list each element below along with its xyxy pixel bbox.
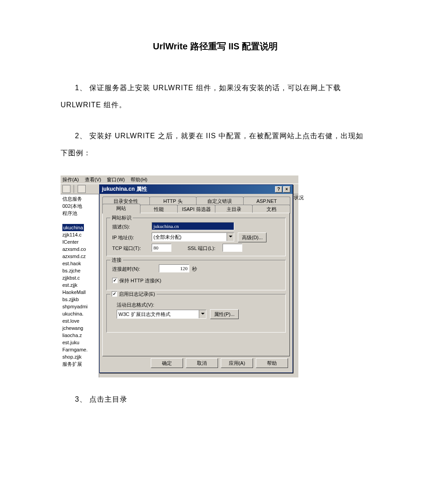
tab-http-headers[interactable]: HTTP 头	[149, 197, 197, 206]
tree-item[interactable]: shpmyadmi	[62, 303, 97, 310]
tree-item[interactable]: azxsmd.cz	[62, 253, 97, 260]
tree-item[interactable]: ukuchina.	[62, 310, 97, 317]
label-ip: IP 地址(I):	[112, 234, 134, 241]
ssl-port-input[interactable]	[223, 244, 242, 252]
tree-item[interactable]: 程序池	[62, 210, 97, 217]
ok-button[interactable]: 确定	[151, 358, 183, 368]
menu-view[interactable]: 查看(V)	[85, 177, 101, 182]
toolbar-icon[interactable]	[78, 185, 86, 193]
log-format-combo[interactable]: W3C 扩展日志文件格式	[117, 310, 206, 319]
chevron-down-icon[interactable]	[199, 310, 206, 318]
tree-item[interactable]: zjjk114.c	[62, 231, 97, 238]
tree-item[interactable]: 服务扩展	[62, 360, 97, 368]
label-ssl-port: SSL 端口(L):	[188, 245, 215, 252]
ip-combo[interactable]: (全部未分配)	[152, 232, 234, 241]
tree-item[interactable]: ICenter	[62, 238, 97, 245]
paragraph-3: 3、 点击主目录	[61, 391, 370, 408]
paragraph-2: 2、 安装好 URLWRITE 之后，就要在 IIS 中配置，在被配置网站上点击…	[61, 127, 370, 162]
tab-documents[interactable]: 文档	[252, 205, 290, 214]
checkbox-icon: ✓	[112, 278, 118, 283]
tree-item[interactable]: shop.zjjk	[62, 353, 97, 360]
tree-item[interactable]: 002(本地	[62, 202, 97, 210]
description-input[interactable]: jukuchina.cn	[152, 222, 234, 230]
tab-performance[interactable]: 性能	[140, 205, 178, 214]
menu-help[interactable]: 帮助(H)	[131, 177, 147, 182]
group-connection: 连接超时(N): 120 秒 ✓ 保持 HTTP 连接(K)	[106, 260, 286, 290]
tab-aspnet[interactable]: ASP.NET	[243, 197, 291, 206]
label-description: 描述(S):	[112, 224, 130, 230]
tab-isapi-filters[interactable]: ISAPI 筛选器	[177, 205, 215, 214]
tree-pane: 信息服务 002(本地 程序池 ukuchina zjjk114.c ICent…	[61, 194, 99, 377]
checkbox-icon: ✓	[112, 291, 117, 297]
timeout-input[interactable]: 120	[159, 264, 189, 272]
paragraph-1: 1、 保证服务器上安装 URLWRITE 组件，如果没有安装的话，可以在网上下载…	[61, 79, 370, 114]
cancel-button[interactable]: 取消	[186, 358, 218, 368]
tree-item[interactable]: est.love	[62, 317, 97, 324]
tree-item[interactable]: HaokeMall	[62, 289, 97, 296]
tab-website[interactable]: 网站	[102, 204, 140, 214]
tab-panel-website: 描述(S): jukuchina.cn IP 地址(I): (全部未分配) 高级…	[102, 213, 290, 356]
tree-item[interactable]: 信息服务	[62, 195, 97, 202]
tree-item[interactable]: bs.zjjkb	[62, 296, 97, 303]
tree-item[interactable]: bs.zjche	[62, 267, 97, 274]
properties-dialog: jukuchina.cn 属性 ? × 目录安全性 HTTP 头 自定义错误 A…	[99, 184, 293, 373]
label-timeout: 连接超时(N):	[112, 266, 140, 272]
checkbox-enable-logging[interactable]: ✓ 启用日志记录(E)	[110, 291, 157, 298]
tree-item-selected[interactable]: ukuchina	[62, 224, 84, 231]
dialog-titlebar[interactable]: jukuchina.cn 属性 ? ×	[100, 185, 293, 194]
dialog-title: jukuchina.cn 属性	[102, 185, 147, 193]
advanced-button[interactable]: 高级(D)...	[238, 232, 267, 242]
group-site-id: 描述(S): jukuchina.cn IP 地址(I): (全部未分配) 高级…	[106, 218, 286, 256]
chevron-down-icon[interactable]	[227, 233, 234, 241]
checkbox-keepalive[interactable]: ✓ 保持 HTTP 连接(K)	[112, 277, 161, 284]
tcp-port-input[interactable]: 80	[152, 244, 171, 252]
tree-item[interactable]: zjjkbst.c	[62, 274, 97, 281]
menubar: 操作(A) 查看(V) 窗口(W) 帮助(H)	[61, 175, 298, 184]
tree-item[interactable]: est.haok	[62, 260, 97, 267]
tree-item[interactable]: liaocha.z	[62, 332, 97, 339]
log-properties-button[interactable]: 属性(P)...	[210, 309, 239, 319]
menu-window[interactable]: 窗口(W)	[107, 177, 125, 182]
iis-window: 操作(A) 查看(V) 窗口(W) 帮助(H) 信息服务 002(本地 程序池 …	[61, 175, 298, 377]
menu-action[interactable]: 操作(A)	[62, 177, 79, 182]
close-icon[interactable]: ×	[283, 186, 290, 193]
toolbar-icon[interactable]	[62, 185, 70, 193]
tab-home-directory[interactable]: 主目录	[215, 205, 253, 214]
tab-custom-errors[interactable]: 自定义错误	[196, 197, 244, 206]
ip-value: (全部未分配)	[152, 233, 227, 241]
help-button[interactable]: 帮助	[256, 358, 288, 368]
checkbox-enable-logging-label: 启用日志记录(E)	[119, 291, 155, 298]
help-icon[interactable]: ?	[275, 186, 282, 193]
tree-item[interactable]: azxsmd.co	[62, 245, 97, 253]
tree-item[interactable]: est.juku	[62, 339, 97, 346]
tree-item[interactable]: Farmgame.	[62, 346, 97, 353]
label-tcp-port: TCP 端口(T):	[112, 245, 141, 252]
label-log-format: 活动日志格式(V):	[117, 302, 154, 308]
tree-item[interactable]: jchewang	[62, 324, 97, 332]
log-format-value: W3C 扩展日志文件格式	[117, 310, 199, 318]
doc-title: UrlWrite 路径重写 IIS 配置说明	[61, 40, 370, 53]
group-logging: ✓ 启用日志记录(E) 活动日志格式(V): W3C 扩展日志文件格式 属性(P…	[106, 294, 286, 333]
label-seconds: 秒	[192, 266, 197, 272]
tree-item[interactable]: est.zjjk	[62, 281, 97, 289]
column-header-status: 状况	[294, 194, 309, 201]
checkbox-keepalive-label: 保持 HTTP 连接(K)	[119, 277, 161, 284]
apply-button[interactable]: 应用(A)	[221, 358, 253, 368]
